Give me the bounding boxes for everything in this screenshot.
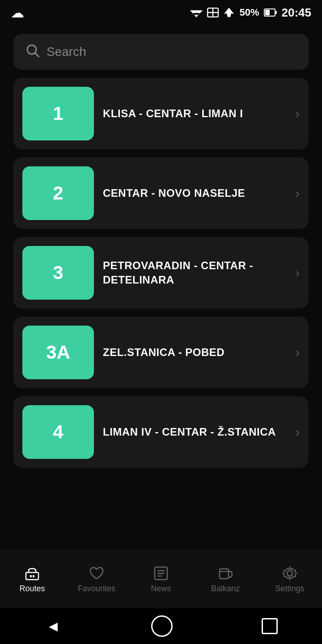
svg-line-10: [35, 53, 39, 57]
bottom-nav: Routes Favourites News Balkanz: [0, 550, 322, 608]
route-badge-2: 2: [22, 166, 94, 220]
chevron-right-icon-2: ›: [295, 186, 300, 201]
search-bar[interactable]: Search: [13, 34, 309, 70]
route-badge-1: 1: [22, 87, 94, 140]
system-nav-bar: [0, 608, 322, 644]
route-name-3: PETROVARADIN - CENTAR - DETELINARA: [103, 258, 286, 288]
routes-icon: [24, 565, 40, 581]
route-badge-4: 4: [22, 405, 94, 459]
nav-item-favourites[interactable]: Favourites: [74, 565, 119, 593]
route-name-3a: ZEL.STANICA - POBED: [103, 345, 286, 360]
news-icon: [153, 565, 169, 581]
wifi-icon: [190, 8, 203, 17]
svg-rect-18: [220, 569, 229, 579]
status-bar: ☁ 50% 20:45: [0, 0, 322, 25]
search-placeholder: Search: [47, 45, 86, 59]
nav-label-favourites: Favourites: [78, 584, 115, 593]
chevron-right-icon-3: ›: [295, 265, 300, 280]
cloud-icon: ☁: [11, 5, 24, 21]
route-badge-3: 3: [22, 246, 94, 300]
nav-item-routes[interactable]: Routes: [10, 565, 55, 593]
nav-label-news: News: [151, 584, 171, 593]
chevron-right-icon-1: ›: [295, 106, 300, 121]
status-bar-right: 50% 20:45: [190, 6, 311, 20]
sim-icon: [207, 8, 219, 17]
svg-rect-11: [26, 572, 38, 580]
route-name-2: CENTAR - NOVO NASELJE: [103, 186, 286, 200]
svg-rect-12: [30, 575, 32, 577]
nav-label-routes: Routes: [19, 584, 45, 593]
route-name-4: LIMAN IV - CENTAR - Ž.STANICA: [103, 425, 286, 439]
status-bar-left: ☁: [11, 5, 24, 21]
nav-item-news[interactable]: News: [139, 565, 183, 593]
route-card-3a[interactable]: 3A ZEL.STANICA - POBED ›: [13, 317, 309, 388]
route-card-2[interactable]: 2 CENTAR - NOVO NASELJE ›: [13, 157, 309, 229]
svg-rect-8: [275, 11, 277, 14]
home-button[interactable]: [151, 615, 173, 637]
chevron-right-icon-3a: ›: [295, 345, 300, 360]
back-button[interactable]: [44, 617, 62, 635]
route-badge-3a: 3A: [22, 326, 94, 379]
nav-label-settings: Settings: [275, 584, 304, 593]
chevron-right-icon-4: ›: [295, 424, 300, 440]
route-name-1: KLISA - CENTAR - LIMAN I: [103, 106, 286, 121]
svg-rect-13: [33, 575, 34, 577]
balkanz-icon: [217, 565, 233, 581]
main-content: Search 1 KLISA - CENTAR - LIMAN I › 2 CE…: [0, 25, 322, 550]
search-icon: [26, 44, 39, 60]
route-card-1[interactable]: 1 KLISA - CENTAR - LIMAN I ›: [13, 78, 309, 149]
route-card-3[interactable]: 3 PETROVARADIN - CENTAR - DETELINARA ›: [13, 237, 309, 309]
nav-item-settings[interactable]: Settings: [267, 565, 312, 593]
svg-point-21: [287, 571, 292, 576]
recents-button[interactable]: [262, 618, 278, 634]
airplane-icon: [223, 8, 235, 17]
status-time: 20:45: [282, 6, 312, 20]
nav-label-balkanz: Balkanz: [211, 584, 240, 593]
svg-rect-7: [265, 10, 270, 15]
battery-text: 50%: [239, 7, 259, 18]
route-card-4[interactable]: 4 LIMAN IV - CENTAR - Ž.STANICA ›: [13, 396, 309, 468]
nav-item-balkanz[interactable]: Balkanz: [203, 565, 248, 593]
gear-icon: [282, 565, 298, 581]
heart-icon: [89, 565, 105, 581]
battery-icon: [264, 8, 277, 17]
svg-marker-2: [195, 15, 198, 17]
